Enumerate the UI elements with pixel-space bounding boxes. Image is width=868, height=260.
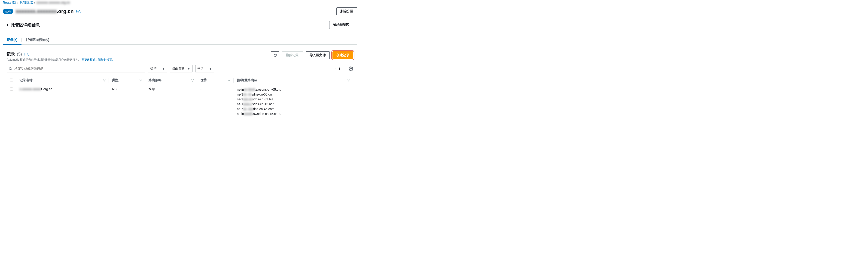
gear-icon [349, 66, 353, 71]
sort-icon: ▽ [191, 78, 194, 82]
svg-point-1 [350, 68, 352, 69]
caret-down-icon: ▼ [187, 67, 190, 70]
prev-page-button[interactable]: ‹ [335, 67, 336, 70]
col-weight[interactable]: 优势▽ [197, 76, 234, 85]
svg-point-0 [9, 67, 11, 69]
breadcrumb-current: xxxxxxx.xxxxxxx.org.cn [36, 1, 70, 4]
cell-weight: - [197, 85, 234, 119]
cell-type: NS [109, 85, 145, 119]
pager: ‹ 1 › [335, 66, 353, 71]
caret-right-icon[interactable] [7, 24, 8, 26]
sort-icon: ▽ [140, 78, 142, 82]
records-count: (5) [17, 52, 22, 57]
tab-records[interactable]: 记录(5) [3, 36, 22, 45]
search-box[interactable] [7, 65, 145, 73]
col-type[interactable]: 类型▽ [109, 76, 145, 85]
chevron-right-icon: › [17, 1, 19, 4]
col-routing[interactable]: 路由策略▽ [145, 76, 197, 85]
next-page-button[interactable]: › [343, 67, 344, 70]
breadcrumb-root[interactable]: Route 53 [3, 1, 16, 4]
records-table: 记录名称▽ 类型▽ 路由策略▽ 优势▽ 值/流量路由至▽ x.xxxxxx.xx… [7, 76, 353, 119]
routing-select[interactable]: 路由策略▼ [170, 65, 192, 73]
search-icon [9, 67, 12, 70]
caret-down-icon: ▼ [162, 67, 165, 70]
create-record-button[interactable]: 创建记录 [333, 51, 353, 59]
info-link[interactable]: Info [76, 10, 82, 13]
col-value[interactable]: 值/流量路由至▽ [234, 76, 353, 85]
filters-row: 类型▼ 路由策略▼ 别名▼ ‹ 1 › [7, 65, 353, 73]
zone-name: xxxxxxx.xxxxxxx.org.cn [16, 8, 74, 15]
hosted-zone-details-card: 托管区详细信息 编辑托管区 [3, 18, 357, 32]
tabs: 记录(5) 托管区域标签(0) [0, 36, 360, 45]
import-zone-file-button[interactable]: 导入区文件 [306, 51, 330, 59]
delete-partition-button[interactable]: 删除分区 [336, 7, 357, 15]
refresh-button[interactable] [271, 51, 279, 59]
records-subtitle: Automatic 模式是当前已针对最佳筛选结果优化的搜索行为。 要更改模式，请… [7, 58, 115, 62]
page-header: 公有 xxxxxxx.xxxxxxx.org.cn Info 删除分区 [0, 5, 360, 18]
cell-value: ns-inxx 3xx4.awsdns-cn-05.cn.ns-3xx. xxs… [234, 85, 353, 119]
cell-routing: 简单 [145, 85, 197, 119]
change-mode-link[interactable]: 要更改模式，请转到设置。 [82, 58, 115, 61]
cell-record-name: x.xxxxxx.xxxxxz.org.cn [17, 85, 109, 119]
public-badge: 公有 [3, 9, 13, 14]
sort-icon: ▽ [347, 78, 350, 82]
breadcrumb: Route 53 › 托管区域 › xxxxxxx.xxxxxxx.org.cn [0, 0, 360, 5]
caret-down-icon: ▼ [209, 67, 212, 70]
select-all-checkbox[interactable] [10, 78, 13, 81]
type-select[interactable]: 类型▼ [148, 65, 167, 73]
sort-icon: ▽ [103, 78, 105, 82]
breadcrumb-hosted-zones[interactable]: 托管区域 [20, 0, 33, 5]
row-checkbox[interactable] [10, 87, 13, 90]
page-number: 1 [339, 67, 341, 70]
delete-record-button: 删除记录 [282, 51, 303, 59]
records-info-link[interactable]: Info [24, 53, 29, 56]
refresh-icon [273, 53, 277, 57]
alias-select[interactable]: 别名▼ [195, 65, 214, 73]
search-input[interactable] [14, 67, 143, 70]
tab-tags[interactable]: 托管区域标签(0) [22, 36, 53, 45]
col-name[interactable]: 记录名称▽ [17, 76, 109, 85]
records-card: 记录 (5) Info Automatic 模式是当前已针对最佳筛选结果优化的搜… [3, 48, 357, 122]
records-title: 记录 [7, 51, 15, 57]
table-row[interactable]: x.xxxxxx.xxxxxz.org.cnNS简单-ns-inxx 3xx4.… [7, 85, 353, 119]
edit-hosted-zone-button[interactable]: 编辑托管区 [329, 21, 353, 29]
chevron-right-icon: › [34, 1, 35, 4]
settings-button[interactable] [349, 66, 353, 71]
details-title: 托管区详细信息 [11, 22, 40, 28]
sort-icon: ▽ [228, 78, 230, 82]
